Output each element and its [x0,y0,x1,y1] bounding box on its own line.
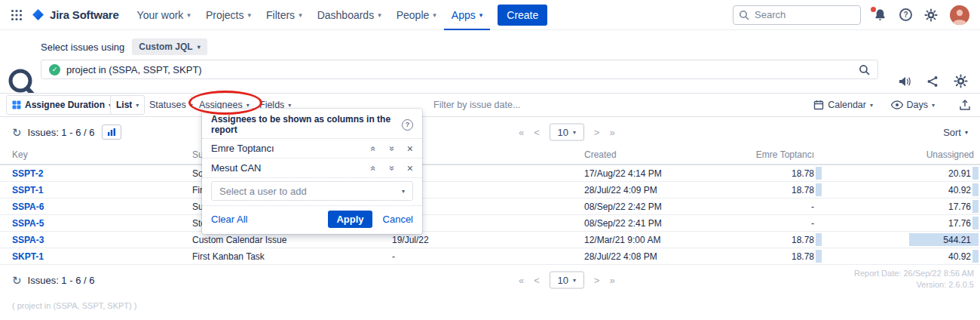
table-row[interactable]: SSPA-5 Sto 08/Sep/22 2:41 PM - 17.76 [0,215,980,232]
eye-icon [891,100,903,109]
add-user-select[interactable]: Select a user to add ▾ [211,181,413,201]
nav-item-dashboards[interactable]: Dashboards▾ [310,0,389,30]
jql-mode-dropdown[interactable]: Custom JQL ▾ [132,38,207,55]
nav-item-people[interactable]: People▾ [389,0,444,30]
table-row[interactable]: SSPT-1 Firs 28/Jul/22 4:09 PM 18.78 40.9… [0,182,980,198]
nav-item-apps[interactable]: Apps▾ [444,0,490,30]
search-icon[interactable] [859,64,870,75]
refresh-icon[interactable]: ↻ [12,127,22,138]
user-avatar[interactable] [950,5,969,25]
report-type-dropdown[interactable]: Assignee Duration ▾ [6,95,118,115]
nav-item-filters[interactable]: Filters▾ [259,0,310,30]
remove-icon[interactable]: × [407,163,413,174]
page-size-select[interactable]: 10 ▾ [550,124,584,141]
issue-created-cell: 28/Jul/22 4:09 PM [573,182,751,198]
chevron-down-icon: ▾ [402,188,405,195]
days-dropdown[interactable]: Days ▾ [891,100,936,110]
next-page-button[interactable]: > [594,127,600,138]
export-icon[interactable] [959,99,971,111]
app-switcher-icon[interactable] [8,6,26,24]
refresh-icon[interactable]: ↻ [12,275,22,286]
issue-created-cell: 17/Aug/22 4:14 PM [573,165,751,181]
table-row[interactable]: SSPA-6 Sub 08/Sep/22 2:42 PM - 17.76 [0,198,980,215]
share-icon[interactable] [926,75,939,88]
query-actions [898,74,968,88]
nav-item-label: Apps [452,9,476,21]
help-button[interactable]: ? [899,8,912,21]
global-search-input[interactable] [733,5,861,25]
bar-chart-icon [107,128,116,137]
sort-dropdown[interactable]: Sort ▾ [943,127,968,138]
issue-key-link[interactable]: SSPT-1 [12,185,43,195]
pagination-bottom: « < 10 ▾ > » [519,272,615,289]
view-dropdown[interactable]: List ▾ [110,95,145,115]
column-header-key: Key [0,149,181,160]
chevron-down-icon: ▾ [288,102,291,109]
chevron-down-icon: ▾ [965,129,968,136]
nav-item-your-work[interactable]: Your work▾ [130,0,198,30]
calendar-dropdown[interactable]: Calendar ▾ [813,100,873,110]
move-down-icon[interactable]: « [387,146,396,151]
nav-item-projects[interactable]: Projects▾ [198,0,259,30]
remove-icon[interactable]: × [407,143,413,154]
last-page-button[interactable]: » [609,127,614,138]
select-issues-label: Select issues using [41,42,124,53]
unassigned-duration-cell: 544.21 [823,232,980,248]
version-label: Version: 2.6.0.5 [854,279,974,291]
chart-view-button[interactable] [102,125,121,140]
prev-page-button[interactable]: < [534,275,540,286]
assignee-duration-cell: 18.78 [751,248,823,264]
jql-input[interactable]: ✓ project in (SSPA, SSPT, SKPT) [41,60,878,79]
issue-key-cell: SSPA-5 [0,215,181,231]
last-page-button[interactable]: » [609,275,614,286]
statuses-dropdown[interactable]: Statuses ▾ [149,100,193,110]
issue-key-link[interactable]: SKPT-1 [12,251,44,262]
chevron-down-icon: ▾ [433,11,436,19]
assignee-row-actions: « « × [371,143,413,154]
jql-row: ✓ project in (SSPA, SSPT, SKPT) [41,60,878,79]
issue-key-cell: SSPA-6 [0,198,181,214]
issue-date-filter-input[interactable] [433,100,577,110]
column-header-assignee: Emre Toptancı [751,149,823,160]
query-panel: Select issues using Custom JQL ▾ ✓ proje… [0,30,980,88]
first-page-button[interactable]: « [519,275,524,286]
next-page-button[interactable]: > [594,275,600,286]
cancel-link[interactable]: Cancel [383,214,413,225]
assignee-duration-cell: 18.78 [751,165,823,181]
duration-bar [972,167,978,180]
report-meta: Report Date: 26/Sep/22 8:56 AM Version: … [854,268,974,291]
question-icon: ? [899,8,912,21]
help-icon[interactable]: ? [402,119,413,131]
first-page-button[interactable]: « [519,127,524,138]
issue-key-link[interactable]: SSPA-3 [12,235,44,245]
move-up-icon[interactable]: « [369,146,378,151]
table-row[interactable]: SSPA-3 Custom Calendar Issue 19/Jul/22 1… [0,232,980,248]
announcement-icon[interactable] [898,75,911,88]
clear-all-link[interactable]: Clear All [211,214,247,225]
search-icon [739,10,749,20]
issue-key-link[interactable]: SSPA-5 [12,218,44,229]
issue-key-link[interactable]: SSPA-6 [12,202,44,212]
jira-logo-text: Jira Software [50,8,119,21]
settings-button[interactable] [924,8,938,22]
notifications-button[interactable] [873,8,887,22]
gear-icon [924,8,938,22]
issue-key-cell: SSPA-3 [0,232,181,248]
table-row[interactable]: SKPT-1 First Kanban Task - 28/Jul/22 4:0… [0,248,980,265]
column-header-created: Created [573,149,751,160]
duration-bar [972,200,978,213]
apply-button[interactable]: Apply [328,211,372,228]
jira-logo[interactable]: Jira Software [32,8,119,21]
prev-page-button[interactable]: < [534,127,540,138]
duration-bar [972,250,978,263]
page-size-select[interactable]: 10 ▾ [550,272,584,289]
table-row[interactable]: SSPT-2 Sor 17/Aug/22 4:14 PM 18.78 20.91 [0,165,980,182]
move-up-icon[interactable]: « [369,165,378,171]
issue-key-cell: SSPT-2 [0,165,181,181]
issue-key-link[interactable]: SSPT-2 [12,168,43,179]
page-size-value: 10 [558,275,568,286]
create-button[interactable]: Create [498,5,547,26]
gear-icon[interactable] [954,74,968,88]
unassigned-duration-cell: 40.92 [823,182,980,198]
move-down-icon[interactable]: « [387,165,396,171]
